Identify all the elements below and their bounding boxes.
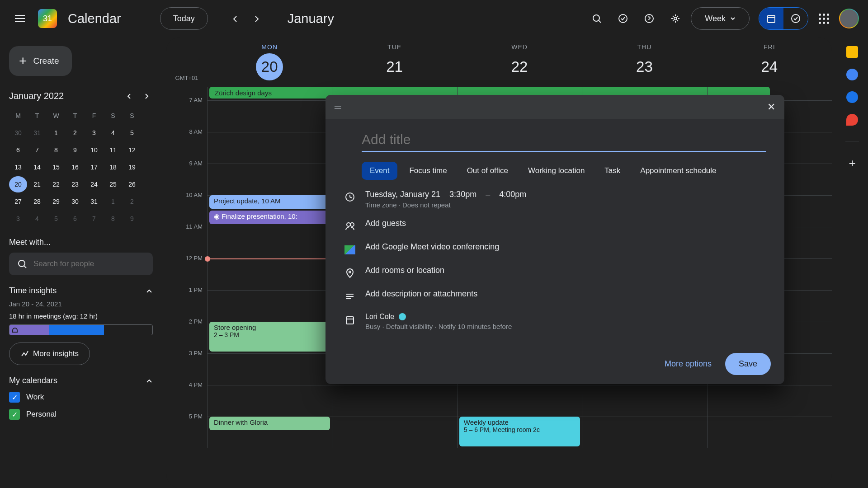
view-selector[interactable]: Week (691, 7, 750, 30)
event-weekly-update[interactable]: Weekly update5 – 6 PM, Meeting room 2c (459, 417, 580, 446)
account-avatar[interactable] (839, 9, 859, 28)
event-dinner[interactable]: Dinner with Gloria (209, 417, 330, 430)
mini-day[interactable]: 3 (9, 211, 27, 227)
search-button[interactable] (586, 8, 608, 29)
add-panel-button[interactable]: + (841, 152, 863, 174)
event-type-tab[interactable]: Event (362, 162, 397, 180)
mini-day[interactable]: 1 (47, 125, 65, 141)
keep-icon[interactable] (846, 46, 858, 58)
chevron-up-icon[interactable] (146, 377, 153, 385)
save-button[interactable]: Save (725, 353, 771, 375)
mini-day[interactable]: 17 (85, 159, 103, 175)
mini-day[interactable]: 14 (28, 159, 46, 175)
contacts-icon[interactable] (846, 91, 858, 103)
help-button[interactable] (638, 8, 660, 29)
event-finalize[interactable]: ◉ Finalize presentation, 10: (209, 211, 330, 224)
drag-handle-icon[interactable]: ═ (335, 102, 341, 113)
mini-day[interactable]: 30 (66, 193, 84, 210)
mini-day[interactable]: 7 (28, 142, 46, 158)
mini-day[interactable]: 25 (104, 176, 122, 192)
mini-day[interactable]: 6 (9, 142, 27, 158)
mini-day[interactable]: 28 (28, 193, 46, 210)
organizer-row[interactable]: Lori Cole Busy · Default visibility · No… (365, 313, 766, 330)
day-header[interactable]: WED22 (457, 37, 582, 87)
event-type-tab[interactable]: Focus time (401, 162, 455, 180)
mini-day[interactable]: 4 (28, 211, 46, 227)
mini-day[interactable]: 27 (9, 193, 27, 210)
event-type-tab[interactable]: Working location (520, 162, 593, 180)
mini-day[interactable]: 23 (66, 176, 84, 192)
mini-prev[interactable] (123, 89, 136, 102)
mini-day[interactable]: 5 (47, 211, 65, 227)
checkbox-icon[interactable]: ✓ (9, 392, 20, 403)
mini-day[interactable]: 10 (85, 142, 103, 158)
add-location-row[interactable]: Add rooms or location (365, 266, 444, 275)
mini-day[interactable]: 3 (85, 125, 103, 141)
day-column-mon[interactable]: Project update, 10 AM ◉ Finalize present… (207, 100, 332, 448)
mini-day[interactable]: 2 (123, 193, 141, 210)
mini-day[interactable]: 2 (66, 125, 84, 141)
event-type-tab[interactable]: Task (596, 162, 628, 180)
mini-day[interactable]: 9 (66, 142, 84, 158)
event-type-tab[interactable]: Appointment schedule (632, 162, 724, 180)
add-description-row[interactable]: Add description or attachments (365, 289, 477, 299)
apps-button[interactable] (813, 8, 835, 29)
calendar-view-toggle[interactable] (759, 8, 783, 29)
mini-day[interactable]: 18 (104, 159, 122, 175)
event-title-input[interactable] (362, 128, 766, 152)
prev-button[interactable] (224, 8, 246, 29)
mini-day[interactable]: 16 (66, 159, 84, 175)
mini-day[interactable]: 8 (104, 211, 122, 227)
mini-day[interactable]: 20 (9, 176, 27, 192)
mini-day[interactable]: 30 (9, 125, 27, 141)
create-button[interactable]: + Create (9, 46, 72, 76)
mini-next[interactable] (140, 89, 153, 102)
add-guests-row[interactable]: Add guests (365, 219, 406, 228)
settings-button[interactable] (665, 8, 686, 29)
mini-day[interactable]: 29 (47, 193, 65, 210)
mini-day[interactable]: 1 (104, 193, 122, 210)
event-project-update[interactable]: Project update, 10 AM (209, 195, 330, 209)
event-store-opening[interactable]: Store opening2 – 3 PM (209, 322, 330, 352)
today-button[interactable]: Today (160, 7, 208, 30)
event-type-tab[interactable]: Out of office (459, 162, 516, 180)
event-time-row[interactable]: Tuesday, January 21 3:30pm – 4:00pm Time… (365, 190, 766, 209)
day-header[interactable]: MON20 (207, 37, 332, 87)
mini-day[interactable]: 4 (104, 125, 122, 141)
mini-day[interactable]: 26 (123, 176, 141, 192)
menu-button[interactable] (9, 8, 31, 29)
mini-day[interactable]: 31 (28, 125, 46, 141)
mini-day[interactable]: 13 (9, 159, 27, 175)
tasks-button[interactable] (612, 8, 634, 29)
mini-day[interactable]: 7 (85, 211, 103, 227)
close-button[interactable]: ✕ (767, 101, 775, 113)
chevron-up-icon[interactable] (146, 287, 153, 295)
more-options-button[interactable]: More options (665, 353, 712, 375)
mini-day[interactable]: 21 (28, 176, 46, 192)
add-meet-row[interactable]: Add Google Meet video conferencing (365, 242, 499, 252)
day-header[interactable]: FRI24 (707, 37, 832, 87)
mini-day[interactable]: 24 (85, 176, 103, 192)
search-people-input[interactable] (33, 259, 145, 268)
mini-day[interactable]: 19 (123, 159, 141, 175)
mini-day[interactable]: 15 (47, 159, 65, 175)
mini-day[interactable]: 22 (47, 176, 65, 192)
tasks-view-toggle[interactable] (783, 8, 808, 29)
maps-icon[interactable] (846, 114, 858, 126)
mini-day[interactable]: 11 (104, 142, 122, 158)
day-header[interactable]: TUE21 (332, 37, 457, 87)
search-people[interactable] (9, 253, 153, 275)
allday-cell[interactable]: Zürich design days (207, 87, 332, 100)
next-button[interactable] (246, 8, 268, 29)
mini-day[interactable]: 9 (123, 211, 141, 227)
mini-day[interactable]: 5 (123, 125, 141, 141)
tasks-icon[interactable] (846, 69, 858, 80)
more-insights-button[interactable]: More insights (9, 343, 90, 365)
mini-day[interactable]: 31 (85, 193, 103, 210)
mini-day[interactable]: 8 (47, 142, 65, 158)
mini-day[interactable]: 12 (123, 142, 141, 158)
day-header[interactable]: THU23 (582, 37, 707, 87)
checkbox-icon[interactable]: ✓ (9, 409, 20, 420)
mini-day[interactable]: 6 (66, 211, 84, 227)
calendar-item[interactable]: ✓Work (9, 392, 153, 403)
